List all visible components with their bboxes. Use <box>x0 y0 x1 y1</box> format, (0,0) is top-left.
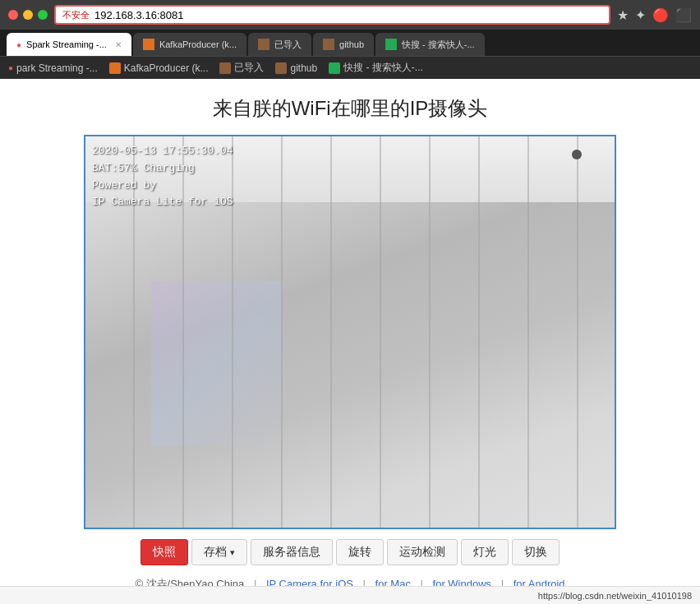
extension-icon[interactable]: ✦ <box>635 7 646 23</box>
camera-timestamp: 2020-05-13 17:55:30.04 <box>92 143 233 160</box>
bookmark-label: park Streaming -... <box>16 62 98 74</box>
toolbar-icons: ★ ✦ 🔴 ⬛ <box>617 7 692 23</box>
tab-imported[interactable]: 已导入 <box>248 33 311 56</box>
tab-indicator: ● <box>16 40 21 49</box>
tab-label-imported: 已导入 <box>274 39 302 51</box>
bookmark-indicator: ● <box>8 63 13 72</box>
browser-chrome: 不安全 192.168.3.16:8081 ★ ✦ 🔴 ⬛ ● Spark St… <box>0 0 700 79</box>
tab-label-github: github <box>339 39 364 49</box>
tab-favicon-search <box>385 39 397 50</box>
tab-kafka[interactable]: KafkaProducer (k... <box>133 33 246 56</box>
tab-active[interactable]: ● Spark Streaming -... ✕ <box>7 33 131 56</box>
maximize-window-button[interactable] <box>38 10 48 20</box>
camera-battery: BAT:57% Charging <box>92 160 233 178</box>
tab-github[interactable]: github <box>313 33 374 56</box>
minimize-window-button[interactable] <box>23 10 33 20</box>
star-icon[interactable]: ★ <box>617 7 629 23</box>
bookmark-favicon-imported <box>219 62 231 74</box>
bookmark-favicon-search <box>329 62 340 74</box>
bookmark-search[interactable]: 快搜 - 搜索快人-... <box>329 61 423 75</box>
address-bar[interactable]: 不安全 192.168.3.16:8081 <box>54 5 610 25</box>
github-icon[interactable]: ⬛ <box>675 7 692 23</box>
server-info-button[interactable]: 服务器信息 <box>251 539 333 565</box>
bookmark-favicon-github <box>275 62 287 74</box>
bookmark-label-search: 快搜 - 搜索快人-... <box>343 61 423 75</box>
tab-label-kafka: KafkaProducer (k... <box>159 39 237 49</box>
camera-app-name: IP Camera Lite for iOS <box>92 194 233 211</box>
tab-close-icon[interactable]: ✕ <box>115 40 122 49</box>
camera-feed: 2020-05-13 17:55:30.04 BAT:57% Charging … <box>84 135 616 529</box>
profile-icon[interactable]: 🔴 <box>652 7 669 23</box>
tab-label-search: 快搜 - 搜索快人-... <box>402 39 475 51</box>
status-url: https://blog.csdn.net/weixin_41010198 <box>538 591 692 601</box>
bookmark-imported[interactable]: 已导入 <box>219 61 264 75</box>
bookmark-label-kafka: KafkaProducer (k... <box>124 62 209 74</box>
bookmark-github[interactable]: github <box>275 62 317 74</box>
camera-powered-by: Powered by <box>92 178 233 195</box>
bookmark-label-github: github <box>290 62 317 74</box>
snapshot-button[interactable]: 快照 <box>140 539 188 565</box>
motion-detect-button[interactable]: 运动检测 <box>387 539 458 565</box>
camera-lens-dot <box>572 150 582 159</box>
tab-favicon-github <box>323 39 334 50</box>
tab-search[interactable]: 快搜 - 搜索快人-... <box>375 33 485 56</box>
status-bar: https://blog.csdn.net/weixin_41010198 <box>0 586 700 604</box>
tab-label: Spark Streaming -... <box>26 39 107 49</box>
bookmark-spark[interactable]: ● park Streaming -... <box>8 62 98 74</box>
close-window-button[interactable] <box>8 10 18 20</box>
bookmark-favicon-kafka <box>109 62 121 74</box>
tab-favicon-imported <box>258 39 269 50</box>
window-controls <box>8 10 48 20</box>
titlebar: 不安全 192.168.3.16:8081 ★ ✦ 🔴 ⬛ <box>0 0 700 30</box>
bookmark-label-imported: 已导入 <box>234 61 264 75</box>
tabs-bar: ● Spark Streaming -... ✕ KafkaProducer (… <box>0 30 700 56</box>
archive-button[interactable]: 存档 <box>191 539 246 565</box>
tab-favicon-kafka <box>143 39 154 50</box>
page-content: 来自朕的WiFi在哪里的IP摄像头 2020-05-13 17:55:30.04… <box>0 79 700 604</box>
rotate-button[interactable]: 旋转 <box>336 539 384 565</box>
camera-overlay: 2020-05-13 17:55:30.04 BAT:57% Charging … <box>92 143 233 211</box>
bookmark-kafka[interactable]: KafkaProducer (k... <box>109 62 209 74</box>
page-title: 来自朕的WiFi在哪里的IP摄像头 <box>33 95 667 122</box>
address-text: 192.168.3.16:8081 <box>94 9 183 21</box>
security-warning: 不安全 <box>62 9 90 21</box>
switch-button[interactable]: 切换 <box>512 539 560 565</box>
light-button[interactable]: 灯光 <box>461 539 509 565</box>
bookmarks-bar: ● park Streaming -... KafkaProducer (k..… <box>0 56 700 79</box>
action-buttons: 快照 存档 服务器信息 旋转 运动检测 灯光 切换 <box>33 539 667 565</box>
